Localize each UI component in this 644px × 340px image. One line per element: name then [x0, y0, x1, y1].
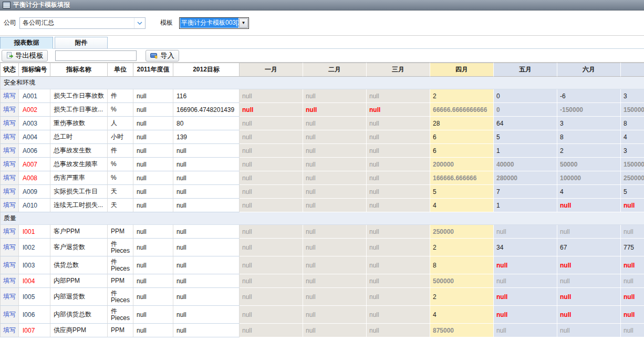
grid-toolbar: 导出模板 导入: [0, 49, 644, 63]
column-header-7[interactable]: 一月: [240, 63, 303, 77]
month-value-cell: null: [367, 171, 430, 185]
page-title: 平衡计分卡模板填报: [13, 1, 70, 9]
unit-cell: PPM: [108, 225, 133, 239]
column-header-4[interactable]: 单位: [108, 63, 133, 77]
table-row: 填写I006内部供货总数件 Piecesnullnullnullnullnull…: [0, 306, 644, 324]
table-row: 填写I004内部PPMPPMnullnullnullnullnull500000…: [0, 274, 644, 288]
column-header-2[interactable]: 指标编号: [19, 63, 50, 77]
chevron-down-icon[interactable]: [134, 18, 145, 28]
year-2011-cell: null: [133, 256, 173, 274]
fill-link[interactable]: 填写: [3, 228, 16, 235]
import-button[interactable]: 导入: [146, 50, 179, 61]
indicator-code-cell: I006: [19, 306, 50, 324]
export-template-label: 导出模板: [15, 51, 43, 60]
table-row: 填写A002损失工作日事故...%null166906.4748201439nu…: [0, 103, 644, 117]
tab-attachments[interactable]: 附件: [55, 37, 108, 49]
month-value-cell: null: [240, 130, 303, 144]
fill-link[interactable]: 填写: [3, 147, 16, 154]
fill-link[interactable]: 填写: [3, 243, 16, 251]
month-value-cell: null: [494, 288, 557, 306]
column-header-9[interactable]: 三月: [367, 63, 430, 77]
year-2011-cell: null: [133, 324, 173, 337]
fill-link[interactable]: 填写: [3, 261, 16, 269]
column-header-10[interactable]: 四月: [430, 63, 494, 77]
column-header-5[interactable]: 2011年度值: [133, 63, 173, 77]
company-combobox[interactable]: 各公司汇总: [19, 17, 146, 29]
table-row: 填写A004总工时小时null139nullnullnull6584: [0, 130, 644, 144]
month-value-cell: null: [303, 306, 367, 324]
month-value-cell: null: [367, 324, 430, 337]
month-value-cell: 4: [621, 130, 644, 144]
target-2012-cell: 166906.4748201439: [173, 103, 240, 117]
table-row: 填写A009实际损失工作日天nullnullnullnullnull5745: [0, 185, 644, 199]
fill-link[interactable]: 填写: [3, 133, 16, 140]
fill-link[interactable]: 填写: [3, 293, 16, 300]
month-value-cell: 0: [494, 89, 557, 103]
month-value-cell: 775: [621, 239, 644, 256]
month-value-cell: null: [494, 225, 557, 239]
month-value-cell: null: [303, 185, 367, 199]
target-2012-cell: null: [173, 324, 240, 337]
month-value-cell: 6: [430, 130, 494, 144]
status-cell: 填写: [0, 117, 19, 130]
scorecard-grid: 状态指标编号指标名称单位2011年度值2012目标一月二月三月四月五月六月七月 …: [0, 63, 644, 337]
year-2011-cell: null: [133, 103, 173, 117]
indicator-code-cell: I004: [19, 274, 50, 288]
month-value-cell: null: [621, 274, 644, 288]
group-label: 质量: [0, 212, 644, 225]
column-header-1[interactable]: 状态: [0, 63, 19, 77]
fill-link[interactable]: 填写: [3, 119, 16, 127]
group-row: 安全和环境: [0, 77, 644, 89]
indicator-name-cell: 客户PPM: [50, 225, 108, 239]
indicator-code-cell: I007: [19, 324, 50, 337]
column-header-6[interactable]: 2012目标: [173, 63, 240, 77]
fill-link[interactable]: 填写: [3, 174, 16, 181]
template-select[interactable]: 平衡计分卡模板003[2012年4月] ▼: [179, 17, 249, 29]
unit-cell: 件 Pieces: [108, 256, 133, 274]
year-2011-cell: null: [133, 130, 173, 144]
indicator-name-cell: 总事故发生数: [50, 144, 108, 158]
month-value-cell: 8: [430, 256, 494, 274]
table-row: 填写I002客户退货数件 Piecesnullnullnullnullnull2…: [0, 239, 644, 256]
fill-link[interactable]: 填写: [3, 311, 16, 318]
fill-link[interactable]: 填写: [3, 277, 16, 284]
table-row: 填写I007供应商PPMPPMnullnullnullnullnull87500…: [0, 324, 644, 337]
company-label: 公司: [4, 18, 16, 27]
month-value-cell: 2: [430, 239, 494, 256]
export-template-button[interactable]: 导出模板: [2, 50, 48, 61]
indicator-code-cell: A001: [19, 89, 50, 103]
month-value-cell: null: [240, 306, 303, 324]
indicator-name-cell: 客户退货数: [50, 239, 108, 256]
indicator-name-cell: 总工时: [50, 130, 108, 144]
column-header-8[interactable]: 二月: [303, 63, 367, 77]
month-value-cell: null: [303, 158, 367, 171]
year-2011-cell: null: [133, 158, 173, 171]
target-2012-cell: null: [173, 239, 240, 256]
unit-cell: 天: [108, 199, 133, 212]
column-header-12[interactable]: 六月: [557, 63, 621, 77]
target-2012-cell: 80: [173, 117, 240, 130]
fill-link[interactable]: 填写: [3, 188, 16, 195]
column-header-3[interactable]: 指标名称: [50, 63, 108, 77]
month-value-cell: 500000: [430, 274, 494, 288]
indicator-code-cell: A004: [19, 130, 50, 144]
month-value-cell: null: [303, 199, 367, 212]
fill-link[interactable]: 填写: [3, 201, 16, 209]
fill-link[interactable]: 填写: [3, 106, 16, 113]
tab-report-data[interactable]: 报表数据: [0, 37, 53, 49]
column-header-13[interactable]: 七月: [621, 63, 644, 77]
table-row: 填写A008伤害严重率%nullnullnullnullnull166666.6…: [0, 171, 644, 185]
import-file-input[interactable]: [55, 50, 137, 61]
fill-link[interactable]: 填写: [3, 92, 16, 99]
export-icon: [6, 52, 13, 59]
month-value-cell: null: [557, 274, 621, 288]
indicator-code-cell: A009: [19, 185, 50, 199]
table-row: 填写I003供货总数件 Piecesnullnullnullnullnull8n…: [0, 256, 644, 274]
year-2011-cell: null: [133, 274, 173, 288]
select-arrow-icon[interactable]: ▼: [239, 18, 248, 28]
fill-link[interactable]: 填写: [3, 160, 16, 168]
column-header-11[interactable]: 五月: [494, 63, 557, 77]
year-2011-cell: null: [133, 185, 173, 199]
fill-link[interactable]: 填写: [3, 326, 16, 334]
status-cell: 填写: [0, 225, 19, 239]
